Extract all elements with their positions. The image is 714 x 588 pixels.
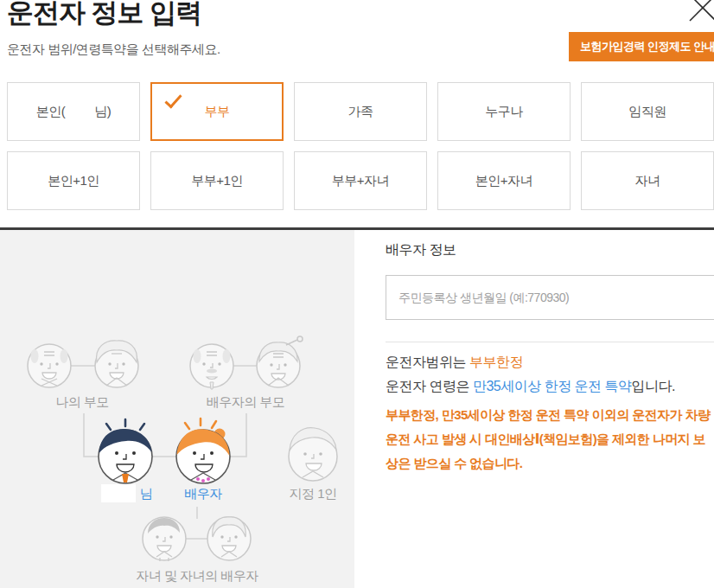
option-self-suffix: 님) [94,104,111,120]
spouse-label: 배우자 [177,486,229,502]
driver-range-grid: 본인( 님) 부부 가족 누구나 임직원 본인+1인 부부+1인 부부+자녀 본… [7,82,714,210]
coverage-warning-text: 부부한정, 만35세이상 한정 운전 특약 이외의 운전자가 차량 운전 사고 … [386,403,712,476]
option-self-plus-children[interactable]: 본인+자녀 [437,151,571,210]
designated-person-label: 지정 1인 [285,486,341,502]
right-panel-divider [386,342,714,342]
spouse-parents-label: 배우자의 부모 [194,394,297,411]
range-prefix: 운전자범위는 [386,355,469,369]
option-family[interactable]: 가족 [294,82,427,141]
me-icon [99,419,152,483]
range-value: 부부한정 [469,355,523,369]
page-subtitle: 운전자 범위/연령특약을 선택해주세요. [7,42,220,58]
close-button[interactable] [688,0,714,22]
page-title: 운전자 정보 입력 [7,0,201,31]
option-self[interactable]: 본인( 님) [7,82,140,141]
option-self-plus-one[interactable]: 본인+1인 [7,151,140,210]
spouse-info-title: 배우자 정보 [386,241,456,259]
option-self-prefix: 본인( [36,104,66,120]
driver-range-summary: 운전자범위는 부부한정 [386,354,523,372]
option-couple-plus-one[interactable]: 부부+1인 [150,151,284,210]
driver-age-summary: 운전자 연령은 만35세이상 한정 운전 특약입니다. [386,378,675,396]
spouse-mother-icon [257,336,303,387]
child-son-icon [143,517,186,561]
my-father-icon [28,344,71,387]
age-suffix: 입니다. [632,379,675,393]
designated-person-icon [289,428,337,481]
age-prefix: 운전자 연령은 [386,379,473,393]
my-mother-icon [95,341,138,387]
spouse-icon [176,419,230,483]
spouse-birthdate-input[interactable] [386,275,714,320]
option-children[interactable]: 자녀 [581,151,714,210]
option-couple[interactable]: 부부 [150,82,284,141]
my-parents-label: 나의 부모 [35,394,130,411]
option-employees[interactable]: 임직원 [581,82,714,141]
age-value: 만35세이상 한정 운전 특약 [473,379,632,393]
family-diagram-panel: 나의 부모 배우자의 부모 님 배우자 지정 1인 자녀 및 자녀의 배우자 [0,230,354,588]
driver-info-dialog: 운전자 정보 입력 운전자 범위/연령특약을 선택해주세요. 보험가입경력 인정… [0,0,714,588]
spouse-father-icon [190,344,233,389]
option-couple-plus-children[interactable]: 부부+자녀 [294,151,427,210]
name-redacted-box [101,484,136,502]
child-daughter-icon [207,517,251,560]
children-label: 자녀 및 자녀의 배우자 [119,568,275,585]
insurance-history-info-button[interactable]: 보험가입경력 인정제도 안내 [569,32,714,61]
option-anyone[interactable]: 누구나 [437,82,571,141]
me-label: 님 [137,486,155,502]
close-icon [688,0,714,22]
